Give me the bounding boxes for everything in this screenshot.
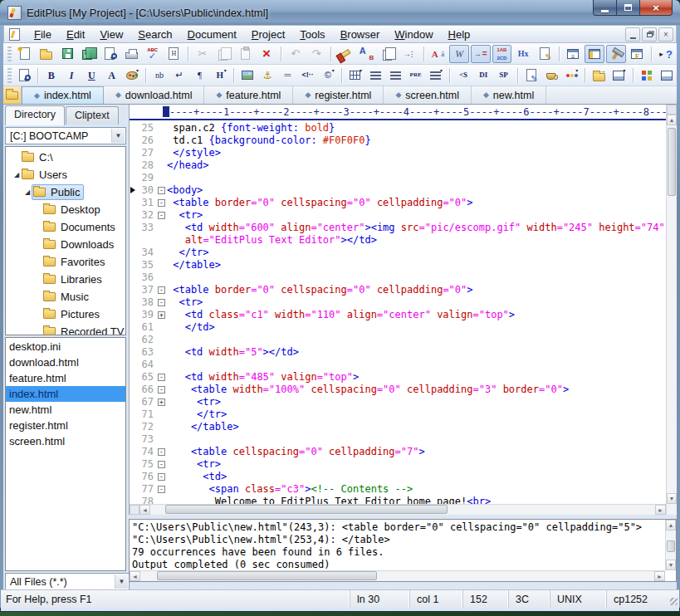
tree-item-c[interactable]: C:\ <box>6 149 125 166</box>
tree-item-libraries[interactable]: Libraries <box>6 271 125 288</box>
scroll-up-icon[interactable]: ▲ <box>666 520 676 530</box>
fold-column[interactable]: - <box>156 286 167 294</box>
scroll-thumb[interactable] <box>667 540 675 552</box>
output-horizontal-scrollbar[interactable]: ◄ ► <box>130 570 665 581</box>
line-break-button[interactable]: ↵ <box>170 66 188 85</box>
paragraph-button[interactable]: ¶ <box>190 66 208 85</box>
tree-item-favorites[interactable]: Favorites <box>6 253 125 271</box>
highlight-colors-button[interactable]: ▾ <box>562 66 580 85</box>
toolbar-grip[interactable] <box>7 68 12 83</box>
scroll-down-icon[interactable]: ▼ <box>666 560 676 570</box>
scroll-left-icon[interactable]: ◄ <box>130 571 140 581</box>
font-button[interactable]: A <box>102 66 120 85</box>
tree-item-desktop[interactable]: Desktop <box>6 201 125 218</box>
view-in-browser-button[interactable] <box>15 66 33 85</box>
fold-collapse-icon[interactable]: - <box>158 187 165 194</box>
list-button[interactable]: ▾ <box>427 66 445 85</box>
mdi-minimize-button[interactable] <box>625 27 640 42</box>
code-line[interactable]: 37- <table border="0" cellspacing="0" ce… <box>130 284 666 296</box>
fold-collapse-icon[interactable]: - <box>158 486 165 493</box>
delete-button[interactable]: × <box>257 45 276 63</box>
fold-collapse-icon[interactable]: - <box>158 299 165 306</box>
code-line[interactable]: 73 <box>130 433 666 446</box>
fold-column[interactable]: + <box>156 311 167 319</box>
code-line[interactable]: 78 Welcome to EditPlus Text Editor home … <box>130 496 666 504</box>
drive-combo[interactable]: [C:] BOOTCAMP ▼ <box>5 127 126 144</box>
output-line[interactable]: Output completed (0 sec consumed) <box>132 559 663 570</box>
file-item-registerhtml[interactable]: register.html <box>6 418 125 433</box>
expand-arrow-icon[interactable]: ◢ <box>12 171 21 178</box>
code-line[interactable]: 29 <box>130 172 666 184</box>
hex-view-button[interactable]: Hx <box>513 45 533 63</box>
tree-item-pictures[interactable]: Pictures <box>6 306 125 323</box>
new-file-button[interactable]: ✱ <box>15 45 35 63</box>
menu-project[interactable]: Project <box>244 27 292 42</box>
fold-expand-icon[interactable]: + <box>158 311 165 319</box>
code-line[interactable]: 31- <table border="0" cellspacing="0" ce… <box>130 197 666 209</box>
splitter-box[interactable] <box>667 105 677 115</box>
tree-item-music[interactable]: Music <box>6 288 125 306</box>
code-line[interactable]: 61 </td> <box>130 321 666 334</box>
word-wrap-button[interactable]: W <box>449 45 469 63</box>
cliptext-cup-button[interactable] <box>542 66 560 85</box>
file-item-desktopini[interactable]: desktop.ini <box>6 339 125 354</box>
output-line[interactable]: "C:\Users\Public\new.html"(253,4): </tab… <box>132 534 663 546</box>
editor-vertical-scrollbar[interactable]: ▲ ▼ <box>666 105 677 515</box>
menu-tools[interactable]: Tools <box>292 27 332 42</box>
replace-button[interactable]: AB <box>357 45 377 63</box>
heading-button[interactable]: H▾ <box>211 66 229 85</box>
fold-collapse-icon[interactable]: - <box>158 374 165 381</box>
fold-column[interactable]: - <box>156 473 167 481</box>
scroll-left-icon[interactable]: ◄ <box>139 505 150 515</box>
edit-pencil-button[interactable]: ✎ <box>522 66 541 85</box>
print-preview-button[interactable] <box>100 45 120 63</box>
chevron-down-icon[interactable]: ▼ <box>111 129 125 143</box>
maximize-button[interactable] <box>617 0 639 16</box>
code-line[interactable]: 62 <box>130 334 666 346</box>
output-vertical-scrollbar[interactable]: ▲ ▼ <box>665 520 676 570</box>
fold-collapse-icon[interactable]: - <box>158 448 165 456</box>
file-filter-combo[interactable]: All Files (*.*) ▼ <box>5 573 130 590</box>
open-file-button[interactable] <box>37 45 56 63</box>
pre-button[interactable]: PRE <box>407 66 425 85</box>
save-button[interactable] <box>57 45 77 63</box>
tree-item-documents[interactable]: Documents <box>6 218 125 236</box>
save-all-button[interactable] <box>79 45 99 63</box>
scroll-right-icon[interactable]: ► <box>655 505 666 515</box>
edit-template-button[interactable]: ✎ <box>535 45 555 63</box>
mdi-close-button[interactable]: × <box>658 27 673 42</box>
splitter-box[interactable] <box>130 505 139 515</box>
menu-document[interactable]: Document <box>180 27 244 42</box>
title-bar[interactable]: EditPlus [My Project] - [C:\Users\Public… <box>0 0 680 25</box>
align-left-button[interactable] <box>366 66 384 85</box>
goto-line-button[interactable]: →⋮ <box>399 45 419 63</box>
fold-column[interactable]: - <box>156 212 167 219</box>
split-window-button[interactable]: ▾ <box>609 66 628 85</box>
menu-search[interactable]: Search <box>130 27 179 42</box>
doc-tab-feature.html[interactable]: ◆feature.html <box>204 86 293 104</box>
code-line[interactable]: 67+ <tr> <box>130 396 666 408</box>
code-line[interactable]: 65- <td width="485" valign="top"> <box>130 371 666 384</box>
fold-column[interactable]: - <box>156 187 167 194</box>
anchor-button[interactable]: ⚓ <box>258 66 276 85</box>
file-item-screenhtml[interactable]: screen.html <box>6 433 125 449</box>
line-numbers-button[interactable]: 1AB2CD <box>492 45 512 63</box>
underline-button[interactable]: U <box>82 66 100 85</box>
code-line[interactable]: 77- <span class="c3"><!-- Contents --> <box>130 483 666 496</box>
tree-item-recordedtv[interactable]: Recorded TV <box>6 323 125 335</box>
toggle-output-button[interactable] <box>606 45 626 63</box>
code-line[interactable]: 72 </table> <box>130 421 666 433</box>
script-tag-button[interactable]: <S <box>454 66 472 85</box>
code-line[interactable]: 64 <box>130 359 666 371</box>
doc-tab-new.html[interactable]: ◆new.html <box>472 86 546 104</box>
show-eol-button[interactable]: →= <box>471 45 491 63</box>
fold-column[interactable]: - <box>156 461 167 468</box>
scroll-right-icon[interactable]: ► <box>654 571 665 581</box>
toolbar-grip[interactable] <box>7 46 12 61</box>
fold-collapse-icon[interactable]: - <box>158 199 165 207</box>
menu-browser[interactable]: Browser <box>333 27 388 42</box>
output-pane[interactable]: "C:\Users\Public\new.html"(243,3): <tabl… <box>129 519 677 582</box>
code-line[interactable]: 39+ <td class="c1" width="110" align="ce… <box>130 309 666 321</box>
editor-pane[interactable]: ----+----1----+----2----+----3----+----4… <box>129 105 677 515</box>
fold-column[interactable]: - <box>156 374 167 381</box>
